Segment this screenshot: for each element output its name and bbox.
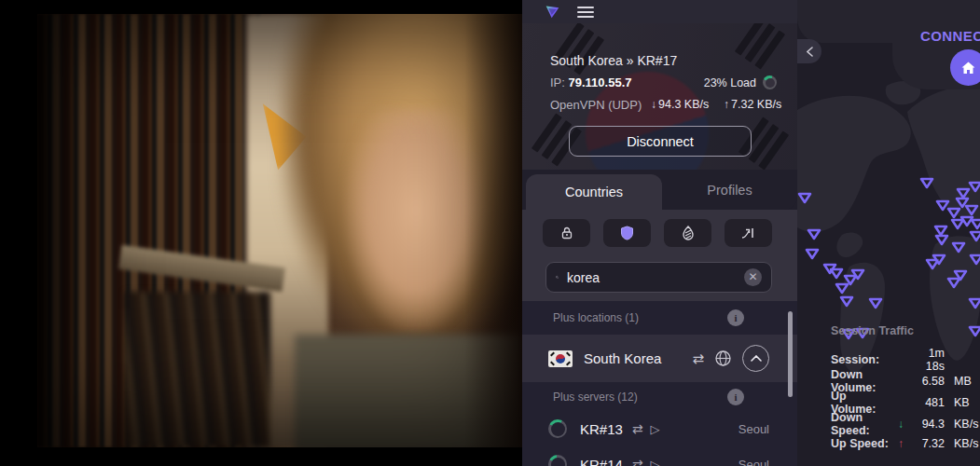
server-load-label: 23% Load <box>704 76 756 89</box>
server-location-marker[interactable] <box>804 246 821 261</box>
connection-ip: IP: 79.110.55.7 <box>550 75 632 89</box>
server-location-marker[interactable] <box>797 190 813 205</box>
session-traffic-title: Session Traffic <box>831 324 976 337</box>
server-location-marker[interactable] <box>933 232 950 247</box>
search-row: ✕ <box>522 256 797 301</box>
plus-locations-section: Plus locations (1) i <box>522 301 797 335</box>
server-location-marker[interactable] <box>806 226 822 241</box>
session-stat-row: Down Speed: ↓ 94.3 KB/s <box>831 411 976 432</box>
map-panel: CONNECTED Session Traffic Session: 1m 18… <box>797 0 980 466</box>
secure-core-lock-icon[interactable] <box>543 219 590 247</box>
server-location-marker[interactable] <box>945 275 962 290</box>
session-stat-row: Session: 1m 18s <box>831 347 976 368</box>
direction-arrow-icon: ↑ <box>894 437 907 450</box>
session-rows: Session: 1m 18s Down Volume: 6.58 MB Up … <box>831 347 976 454</box>
country-name: South Korea <box>584 350 692 366</box>
server-load-ring <box>763 75 777 89</box>
download-speed: ↓94.3 KB/s <box>651 98 709 111</box>
server-filters-row <box>522 210 797 256</box>
tab-profiles[interactable]: Profiles <box>662 170 797 210</box>
info-icon[interactable]: i <box>727 389 744 405</box>
server-location-marker[interactable] <box>931 252 947 267</box>
server-location-marker[interactable] <box>867 295 884 310</box>
info-icon[interactable]: i <box>727 309 744 326</box>
session-traffic-panel: Session Traffic Session: 1m 18s Down Vol… <box>831 324 976 454</box>
protonvpn-logo-icon <box>545 4 560 20</box>
home-button[interactable] <box>950 49 980 86</box>
direction-arrow-icon: ↓ <box>894 418 907 431</box>
menu-icon[interactable] <box>577 7 594 18</box>
video-player[interactable] <box>0 0 522 466</box>
up-arrow-icon: ↑ <box>724 98 729 111</box>
server-load-ring <box>548 419 567 438</box>
connection-title: South Korea » KR#17 <box>550 53 677 68</box>
plus-locations-label: Plus locations (1) <box>553 311 639 324</box>
plus-servers-label: Plus servers (12) <box>553 391 638 404</box>
protocol-label: OpenVPN (UDP) <box>550 98 642 112</box>
home-icon <box>960 61 976 75</box>
swap-server-icon[interactable]: ⇄ <box>632 421 643 436</box>
connection-card: South Korea » KR#17 IP: 79.110.55.7 23% … <box>522 23 797 170</box>
screen: South Korea » KR#17 IP: 79.110.55.7 23% … <box>0 0 980 466</box>
server-row-kr13[interactable]: KR#13 ⇄ ▷ Seoul <box>522 411 797 446</box>
server-name: KR#14 <box>580 457 623 466</box>
server-city: Seoul <box>738 422 769 436</box>
video-frame[interactable] <box>37 14 522 447</box>
country-row-south-korea[interactable]: South Korea ⇄ <box>522 335 797 382</box>
server-location-marker[interactable] <box>967 295 980 310</box>
server-location-marker[interactable] <box>949 216 966 231</box>
disconnect-button[interactable]: Disconnect <box>569 126 752 157</box>
server-city: Seoul <box>738 458 769 466</box>
collapse-sidebar-button[interactable] <box>797 39 821 63</box>
shield-filter-icon[interactable] <box>603 219 651 247</box>
collapse-country-icon[interactable] <box>742 345 769 372</box>
ip-label: IP: <box>550 75 565 89</box>
chevron-left-icon <box>807 47 813 57</box>
server-name: KR#13 <box>580 421 623 437</box>
server-location-marker[interactable] <box>968 252 980 267</box>
search-input[interactable] <box>567 270 736 285</box>
vpn-app-panel: South Korea » KR#17 IP: 79.110.55.7 23% … <box>522 0 797 466</box>
tab-countries[interactable]: Countries <box>526 174 662 210</box>
tor-onion-icon[interactable] <box>664 219 711 247</box>
clear-search-icon[interactable]: ✕ <box>744 268 762 286</box>
connect-server-icon[interactable]: ▷ <box>651 458 660 466</box>
server-location-marker[interactable] <box>838 294 855 308</box>
ip-value: 79.110.55.7 <box>569 75 632 89</box>
globe-icon[interactable] <box>714 350 732 367</box>
app-header <box>522 0 797 23</box>
connection-status-label: CONNECTED <box>920 28 980 44</box>
plus-servers-section: Plus servers (12) i <box>522 382 797 411</box>
swap-server-icon[interactable]: ⇄ <box>632 457 643 466</box>
search-icon <box>556 270 559 284</box>
server-location-marker[interactable] <box>950 240 967 254</box>
connect-server-icon[interactable]: ▷ <box>651 422 660 436</box>
south-korea-flag-icon <box>548 350 573 367</box>
down-arrow-icon: ↓ <box>651 98 656 111</box>
swap-connection-icon[interactable]: ⇄ <box>692 350 704 367</box>
tab-bar: Countries Profiles <box>522 170 797 210</box>
search-box[interactable]: ✕ <box>545 262 772 293</box>
server-row-kr14[interactable]: KR#14 ⇄ ▷ Seoul <box>522 446 797 466</box>
server-location-marker[interactable] <box>918 175 935 190</box>
scrollbar-thumb[interactable] <box>788 311 793 397</box>
vignette-art <box>37 14 522 447</box>
server-location-marker[interactable] <box>968 228 980 243</box>
session-stat-row: Down Volume: 6.58 MB <box>831 368 976 390</box>
upload-speed: ↑7.32 KB/s <box>724 98 781 111</box>
session-stat-row: Up Volume: 481 KB <box>831 390 976 411</box>
server-load-ring <box>548 455 567 466</box>
p2p-arrow-icon[interactable] <box>725 219 772 247</box>
server-location-marker[interactable] <box>967 179 980 194</box>
